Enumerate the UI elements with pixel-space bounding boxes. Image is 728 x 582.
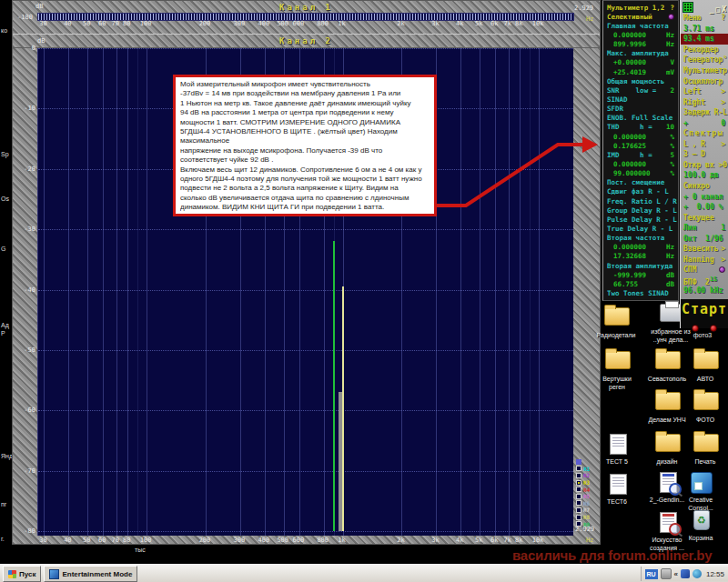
freq-tick-label: 30 [39,20,46,27]
legend-item-r1[interactable]: R1 [576,466,602,473]
multimeter-row: SNR low =2 [603,85,678,95]
menu-item-окт-1-96[interactable]: Окт 1/96 [681,233,728,244]
menu-item-3-71-ms[interactable]: 3.71 ms [681,24,728,35]
desktop-icon-label[interactable]: АВТО [676,375,728,383]
desktop-icon-тест-5[interactable] [610,434,627,455]
desktop-icon-тест6[interactable] [610,474,627,495]
desktop-icon-авто[interactable] [693,351,719,369]
desktop-icon-корзина[interactable]: ♻ [693,510,710,530]
menu-item-96-00-khz[interactable]: 96.00 kHz [681,286,728,296]
desktop-icon-дизайн[interactable] [655,434,681,452]
legend-checkbox[interactable] [576,500,581,506]
menu-item-бпф-2[interactable]: БПФ 215 [681,276,728,286]
menu-item--[interactable]: +0 [681,117,728,128]
tray-icon[interactable] [681,569,690,578]
desktop-icon-делаем-унч[interactable] [655,392,681,410]
menu-item-меню[interactable]: Меню? [681,13,728,24]
freq-tick-label: 10k [532,537,544,544]
legend-item-r2[interactable]: R2 [576,472,602,479]
task-app-icon [49,569,59,579]
mm-label: 0.000000 [613,160,646,168]
spm-led[interactable] [719,266,725,273]
mm-label: 0.000000 [613,133,646,141]
selective-led[interactable] [668,14,674,20]
start-button[interactable]: Старт [681,299,728,319]
maximize-button[interactable]: □ [715,5,720,14]
start-menu-button[interactable]: Пуск [3,566,41,582]
menu-item-left[interactable]: Left> [681,86,728,97]
menu-item-осциллогр[interactable]: Осциллогр [681,75,728,86]
desktop-icon-label[interactable]: Радиодетали [587,331,645,339]
menu-item-label: 3.71 ms [683,25,714,33]
desktop-icon-creative[interactable] [691,472,713,494]
desktop-icon-label[interactable]: ФОТО [676,416,728,424]
menu-item-синхро[interactable]: Синхро [681,181,728,192]
menu-item-label: Лин [683,224,696,232]
multimeter-row: 17.32668Hz [603,252,678,261]
menu-item-взвесить[interactable]: Взвесить> [681,244,728,255]
menu-item-hanning[interactable]: Hanning> [681,255,728,266]
tray-chevron-icon[interactable]: « [674,570,678,578]
menu-item-откр-вх-0-[interactable]: Откр вх >0< [681,160,728,171]
menu-item-right[interactable]: Right> [681,96,728,107]
task-button-entertainment-mode[interactable]: Entertainment Mode [44,566,137,582]
legend-item-r7[interactable]: R7 [576,507,602,514]
menu-item-100-0-дв[interactable]: 100.0 дв [681,170,728,181]
menu-item-текущее[interactable]: Текущее [681,212,728,223]
legend-checkbox[interactable] [576,487,581,492]
menu-item-спм[interactable]: СПМ [681,265,728,276]
desktop-icon-севастополь[interactable] [655,351,681,369]
menu-item-label: Спектры [683,129,723,137]
desktop-icon-фото[interactable] [693,392,719,410]
mm-value: dB [666,280,674,288]
legend-checkbox[interactable] [576,466,581,471]
freq-tick-label: 200 [199,20,211,27]
legend-checkbox[interactable] [576,507,581,513]
close-button[interactable]: X [722,5,726,14]
status-led-left [692,325,699,332]
multimeter-row: True Delay R - L [603,224,678,233]
menu-item-93-4-ms[interactable]: 93.4 ms [681,34,728,45]
desktop-icon-label[interactable]: Корзина [672,534,728,542]
legend-item-r4[interactable]: R4 [576,486,602,493]
menu-item-label: Задерж R-L [683,108,727,116]
folder-icon [605,351,631,369]
menu-item-label: Left [683,87,701,95]
start-block: Старт [681,299,728,328]
desktop-icon-вертушки[interactable] [605,351,631,369]
menu-item--0-00-[interactable]: + 0.00 % [681,202,728,213]
menu-item--0-канал[interactable]: + 0 канал [681,191,728,202]
desktop-icon-искусство[interactable] [660,512,677,533]
legend-item-r3[interactable]: R3 [576,479,602,487]
grid-vline [137,48,138,536]
language-indicator[interactable]: RU [645,569,658,579]
menu-item-генератор-[interactable]: Генератор° [681,55,728,65]
menu-item-мультиметр[interactable]: Мультиметр [681,65,728,76]
legend-item-r8[interactable]: R8 [576,514,602,521]
folder-icon [655,434,681,452]
tray-icon[interactable] [661,568,672,579]
menu-item-задерж-r-l[interactable]: Задерж R-L [681,107,728,118]
legend-checkbox[interactable] [576,515,581,520]
minimize-button[interactable]: _ [710,5,714,14]
menu-item-рекордер[interactable]: Рекордер [681,45,728,55]
desktop-icon-печать[interactable] [693,434,719,452]
menu-item-label: Мультиметр [683,66,727,75]
menu-item-value: 1 [721,224,725,232]
legend-checkbox[interactable] [576,459,581,465]
desktop-icon-2-gendin-[interactable] [660,472,677,493]
legend-checkbox[interactable] [576,480,581,486]
tray-icon[interactable] [693,569,702,578]
freq-tick-label: 50 [83,537,90,544]
menu-item-l-r[interactable]: L , R> [681,139,728,150]
desktop-icon-label[interactable]: Печать [676,457,728,466]
menu-item-спектры[interactable]: Спектры [681,128,728,139]
menu-item-лин[interactable]: Лин1 [681,223,728,234]
grid-vline [127,48,128,536]
desktop-icon-радиодетали[interactable] [604,307,630,326]
menu-item-3-d[interactable]: 3 – D [681,149,728,160]
menu-item-label: + [683,119,688,127]
legend-checkbox[interactable] [576,494,581,499]
folder-icon [693,351,719,369]
legend-checkbox[interactable] [576,473,581,478]
